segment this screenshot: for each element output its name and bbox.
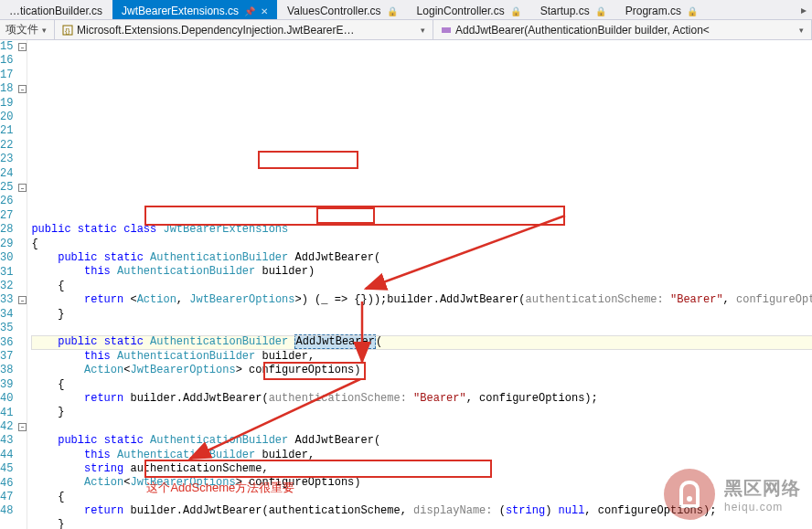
code-line: public static AuthenticationBuilder AddJ… — [31, 251, 812, 265]
lock-icon: 🔒 — [687, 6, 698, 16]
lock-icon: 🔒 — [387, 6, 398, 16]
code-area[interactable]: 这个AddScheme方法很重要 public static class Jwt… — [27, 40, 812, 529]
code-line: { — [31, 238, 812, 251]
anno-box-bearer-string — [316, 207, 375, 224]
tab-valuescontroller[interactable]: ValuesController.cs 🔒 — [278, 0, 408, 19]
tab-program[interactable]: Program.cs 🔒 — [616, 0, 708, 19]
code-line: this AuthenticationBuilder builder) — [31, 265, 812, 279]
watermark-text: 黑区网络 heiqu.com — [724, 476, 801, 513]
anno-box-method-name-1 — [258, 151, 358, 169]
code-line: this AuthenticationBuilder builder, — [31, 449, 812, 462]
method-icon — [441, 25, 452, 36]
nav-project[interactable]: 项文件 ▾ — [0, 20, 55, 39]
code-line: this AuthenticationBuilder builder, — [31, 350, 812, 364]
code-line: return <Action, JwtBearerOptions>) (_ =>… — [31, 293, 812, 307]
code-line: } — [31, 406, 812, 419]
code-line: { — [31, 378, 812, 392]
code-line — [31, 322, 812, 335]
chevron-down-icon: ▾ — [799, 26, 804, 35]
chevron-down-icon: ▾ — [42, 26, 47, 35]
svg-text:{}: {} — [65, 26, 70, 35]
watermark-line2: heiqu.com — [724, 501, 801, 513]
outline-gutter[interactable] — [18, 40, 27, 529]
tab-label: JwtBearerExtensions.cs — [122, 5, 239, 17]
watermark-line1: 黑区网络 — [724, 476, 801, 501]
code-line: } — [31, 518, 812, 529]
tab-scroll-button[interactable]: ▸ — [796, 0, 812, 19]
code-line — [31, 420, 812, 434]
nav-namespace[interactable]: {} Microsoft.Extensions.DependencyInject… — [55, 20, 433, 39]
nav-method-label: AddJwtBearer(AuthenticationBuilder build… — [455, 24, 710, 37]
tab-label: Startup.cs — [540, 5, 590, 17]
code-line: { — [31, 280, 812, 293]
breadcrumb-bar: 项文件 ▾ {} Microsoft.Extensions.Dependency… — [0, 20, 812, 40]
code-editor[interactable]: 1516171819202122232425262728293031323334… — [0, 40, 812, 529]
tab-label: Program.cs — [625, 5, 681, 17]
tab-label: LoginController.cs — [417, 5, 505, 17]
tab-bar: …ticationBuilder.cs JwtBearerExtensions.… — [0, 0, 812, 20]
code-line: } — [31, 308, 812, 322]
lock-icon: 🔒 — [510, 6, 521, 16]
tab-startup[interactable]: Startup.cs 🔒 — [531, 0, 616, 19]
code-line: return builder.AddJwtBearer(authenticati… — [31, 392, 812, 406]
lock-icon: 🔒 — [595, 6, 606, 16]
nav-namespace-label: Microsoft.Extensions.DependencyInjection… — [77, 24, 354, 37]
tab-authenticationbuilder[interactable]: …ticationBuilder.cs — [0, 0, 112, 19]
code-line: Action<JwtBearerOptions> configureOption… — [31, 364, 812, 377]
annotation-text: 这个AddScheme方法很重要 — [146, 481, 294, 494]
close-icon[interactable]: ✕ — [261, 6, 268, 16]
tab-label: …ticationBuilder.cs — [9, 5, 102, 17]
code-line: public static AuthenticationBuilder AddJ… — [31, 335, 812, 349]
tab-jwtbearerextensions[interactable]: JwtBearerExtensions.cs 📌 ✕ — [112, 0, 278, 19]
watermark: 黑区网络 heiqu.com — [664, 469, 801, 520]
tab-logincontroller[interactable]: LoginController.cs 🔒 — [408, 0, 531, 19]
watermark-logo-icon — [664, 469, 715, 520]
chevron-down-icon: ▾ — [421, 26, 425, 35]
line-number-gutter: 1516171819202122232425262728293031323334… — [0, 40, 18, 529]
code-line: public static class JwtBearerExtensions — [31, 223, 812, 237]
nav-method[interactable]: AddJwtBearer(AuthenticationBuilder build… — [433, 20, 812, 39]
namespace-icon: {} — [62, 25, 73, 36]
tab-label: ValuesController.cs — [287, 5, 381, 17]
pin-icon[interactable]: 📌 — [244, 6, 255, 16]
svg-rect-2 — [442, 27, 451, 33]
nav-project-label: 项文件 — [5, 22, 38, 37]
code-line: public static AuthenticationBuilder AddJ… — [31, 434, 812, 448]
